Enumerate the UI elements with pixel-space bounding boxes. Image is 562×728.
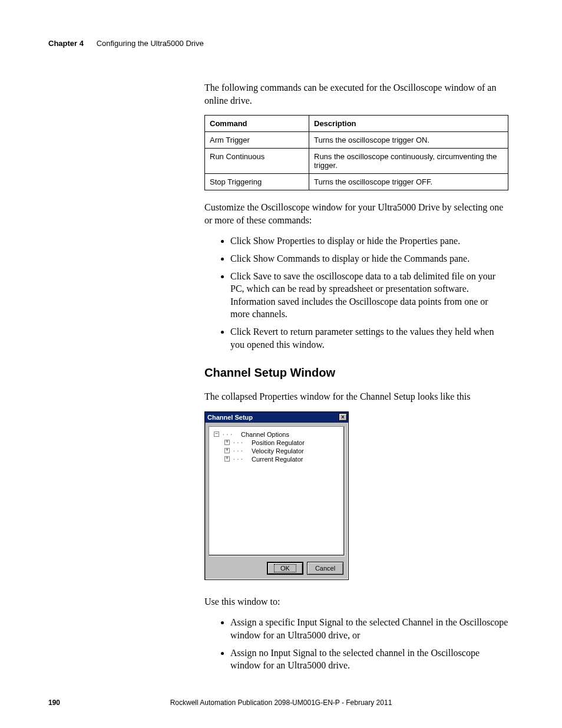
list-item: Click Save to save the oscilloscope data… bbox=[230, 270, 508, 321]
table-row: Stop Triggering Turns the oscilloscope t… bbox=[205, 174, 508, 190]
table-header-command: Command bbox=[205, 116, 309, 132]
tree-root[interactable]: − ··· Channel Options bbox=[211, 430, 342, 439]
list-item: Click Revert to return parameter setting… bbox=[230, 325, 508, 351]
list-item: Click Show Properties to display or hide… bbox=[230, 235, 508, 248]
section-heading: Channel Setup Window bbox=[204, 366, 508, 380]
table-header-description: Description bbox=[309, 116, 508, 132]
minus-icon[interactable]: − bbox=[214, 431, 219, 437]
cancel-button[interactable]: Cancel bbox=[307, 562, 343, 575]
tree-child[interactable]: + ··· Position Regulator bbox=[211, 439, 342, 447]
ok-button[interactable]: OK bbox=[267, 562, 303, 575]
use-list: Assign a specific Input Signal to the se… bbox=[204, 616, 508, 671]
chapter-label: Chapter 4 bbox=[48, 39, 84, 48]
list-item: Assign a specific Input Signal to the se… bbox=[230, 616, 508, 641]
table-header-row: Command Description bbox=[205, 116, 508, 132]
tree-label: Position Regulator bbox=[252, 439, 305, 446]
customize-list: Click Show Properties to display or hide… bbox=[204, 235, 508, 351]
table-row: Arm Trigger Turns the oscilloscope trigg… bbox=[205, 132, 508, 149]
desc-cell: Runs the oscilloscope continuously, circ… bbox=[309, 149, 508, 174]
tree-child[interactable]: + ··· Current Regulator bbox=[211, 455, 342, 463]
page: Chapter 4 Configuring the Ultra5000 Driv… bbox=[0, 0, 562, 728]
command-table: Command Description Arm Trigger Turns th… bbox=[204, 115, 508, 190]
close-icon[interactable]: × bbox=[339, 413, 347, 421]
publication-info: Rockwell Automation Publication 2098-UM0… bbox=[0, 699, 562, 707]
cmd-cell: Arm Trigger bbox=[205, 132, 309, 149]
plus-icon[interactable]: + bbox=[224, 448, 230, 453]
channel-setup-dialog: Channel Setup × − ··· Channel Options + … bbox=[204, 411, 349, 580]
desc-cell: Turns the oscilloscope trigger ON. bbox=[309, 132, 508, 149]
ok-button-label: OK bbox=[274, 564, 296, 572]
use-paragraph: Use this window to: bbox=[204, 595, 508, 608]
main-content: The following commands can be executed f… bbox=[204, 81, 508, 685]
dialog-button-row: OK Cancel bbox=[205, 559, 348, 579]
cmd-cell: Run Continuous bbox=[205, 149, 309, 174]
tree-child[interactable]: + ··· Velocity Regulator bbox=[211, 447, 342, 455]
list-item: Click Show Commands to display or hide t… bbox=[230, 252, 508, 265]
section-intro: The collapsed Properties window for the … bbox=[204, 390, 508, 403]
chapter-title: Configuring the Ultra5000 Drive bbox=[97, 39, 204, 48]
desc-cell: Turns the oscilloscope trigger OFF. bbox=[309, 174, 508, 190]
running-header: Chapter 4 Configuring the Ultra5000 Driv… bbox=[48, 39, 204, 48]
intro-paragraph: The following commands can be executed f… bbox=[204, 81, 508, 107]
tree-label: Current Regulator bbox=[252, 456, 303, 463]
plus-icon[interactable]: + bbox=[224, 440, 230, 445]
dialog-title: Channel Setup bbox=[207, 414, 253, 421]
customize-paragraph: Customize the Oscilloscope window for yo… bbox=[204, 201, 508, 226]
cmd-cell: Stop Triggering bbox=[205, 174, 309, 190]
tree-label: Channel Options bbox=[241, 431, 289, 438]
dialog-body: − ··· Channel Options + ··· Position Reg… bbox=[209, 426, 345, 556]
table-row: Run Continuous Runs the oscilloscope con… bbox=[205, 149, 508, 174]
tree-label: Velocity Regulator bbox=[252, 447, 304, 454]
dialog-titlebar[interactable]: Channel Setup × bbox=[205, 412, 348, 423]
plus-icon[interactable]: + bbox=[224, 456, 230, 462]
list-item: Assign no Input Signal to the selected c… bbox=[230, 647, 508, 672]
cancel-button-label: Cancel bbox=[315, 565, 335, 572]
